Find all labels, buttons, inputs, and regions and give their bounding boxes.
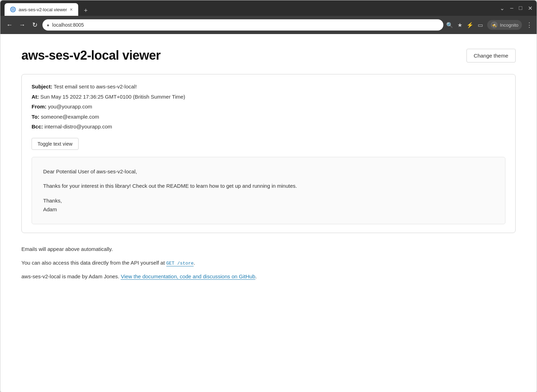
incognito-badge: 🕵 Incognito xyxy=(487,20,522,30)
address-bar[interactable]: ● localhost:8005 xyxy=(42,19,443,31)
github-link[interactable]: View the documentation, code and discuss… xyxy=(121,273,255,280)
tab-title: aws-ses-v2-local viewer xyxy=(19,7,67,12)
api-store-link[interactable]: GET /store xyxy=(166,261,194,266)
bookmark-star-icon[interactable]: ★ xyxy=(457,22,462,28)
footer-line3-before: aws-ses-v2-local is made by Adam Jones. xyxy=(21,273,121,279)
incognito-label: Incognito xyxy=(500,22,518,28)
footer-section: Emails will appear above automatically. … xyxy=(21,244,516,281)
page-title: aws-ses-v2-local viewer xyxy=(21,48,161,63)
incognito-avatar-icon: 🕵 xyxy=(491,21,498,28)
footer-line3: aws-ses-v2-local is made by Adam Jones. … xyxy=(21,272,516,281)
subject-label: Subject: xyxy=(32,84,52,89)
window-chevron-icon[interactable]: ⌄ xyxy=(500,5,504,12)
footer-line2-after: . xyxy=(194,260,195,266)
active-tab[interactable]: aws-ses-v2-local viewer × xyxy=(5,3,78,16)
email-body: Dear Potential User of aws-ses-v2-local,… xyxy=(32,157,505,224)
page-content: aws-ses-v2-local viewer Change theme Sub… xyxy=(0,34,537,392)
email-body-line2: Thanks for your interest in this library… xyxy=(43,181,494,191)
titlebar-controls: ⌄ – □ ✕ xyxy=(500,5,532,12)
toolbar-controls: 🔍 ★ ⚡ ▭ 🕵 Incognito ⋮ xyxy=(446,20,532,30)
new-tab-button[interactable]: + xyxy=(81,6,90,16)
reload-button[interactable]: ↻ xyxy=(30,20,40,30)
footer-line2: You can also access this data directly f… xyxy=(21,258,516,267)
email-metadata: Subject: Test email sent to aws-ses-v2-l… xyxy=(32,83,505,131)
url-display[interactable]: localhost:8005 xyxy=(52,22,439,28)
forward-button[interactable]: → xyxy=(17,20,27,30)
email-at-row: At: Sun May 15 2022 17:36:25 GMT+0100 (B… xyxy=(32,93,505,101)
to-value: someone@example.com xyxy=(41,114,99,120)
footer-line3-after: . xyxy=(255,273,257,279)
email-to-row: To: someone@example.com xyxy=(32,113,505,121)
toggle-text-view-button[interactable]: Toggle text view xyxy=(32,138,79,150)
email-bcc-row: Bcc: internal-distro@yourapp.com xyxy=(32,123,505,131)
footer-line1: Emails will appear above automatically. xyxy=(21,244,516,254)
bcc-value: internal-distro@yourapp.com xyxy=(45,124,112,129)
page-header: aws-ses-v2-local viewer Change theme xyxy=(21,48,516,63)
email-body-line1: Dear Potential User of aws-ses-v2-local, xyxy=(43,167,494,176)
email-body-line3: Thanks, xyxy=(43,198,62,204)
back-button[interactable]: ← xyxy=(5,20,14,30)
tab-favicon xyxy=(10,7,16,12)
email-card: Subject: Test email sent to aws-ses-v2-l… xyxy=(21,74,516,233)
email-subject-row: Subject: Test email sent to aws-ses-v2-l… xyxy=(32,83,505,91)
at-value: Sun May 15 2022 17:36:25 GMT+0100 (Briti… xyxy=(40,94,185,100)
extensions-puzzle-icon[interactable]: ⚡ xyxy=(466,22,474,28)
from-label: From: xyxy=(32,104,47,109)
email-body-line4: Adam xyxy=(43,206,57,212)
window-minimize-button[interactable]: – xyxy=(510,5,513,11)
email-body-signature: Thanks, Adam xyxy=(43,196,494,214)
bcc-label: Bcc: xyxy=(32,124,43,129)
footer-line2-before: You can also access this data directly f… xyxy=(21,260,166,266)
from-value: you@yourapp.com xyxy=(48,104,92,109)
tab-close-button[interactable]: × xyxy=(70,7,73,12)
security-lock-icon: ● xyxy=(47,22,49,28)
change-theme-button[interactable]: Change theme xyxy=(466,49,516,62)
window-split-icon[interactable]: ▭ xyxy=(478,22,483,28)
to-label: To: xyxy=(32,114,39,120)
email-from-row: From: you@yourapp.com xyxy=(32,103,505,111)
window-close-button[interactable]: ✕ xyxy=(528,5,532,12)
subject-value: Test email sent to aws-ses-v2-local! xyxy=(54,84,137,89)
chrome-menu-icon[interactable]: ⋮ xyxy=(526,21,532,29)
window-maximize-button[interactable]: □ xyxy=(519,5,522,11)
search-icon[interactable]: 🔍 xyxy=(446,22,453,28)
at-label: At: xyxy=(32,94,39,100)
